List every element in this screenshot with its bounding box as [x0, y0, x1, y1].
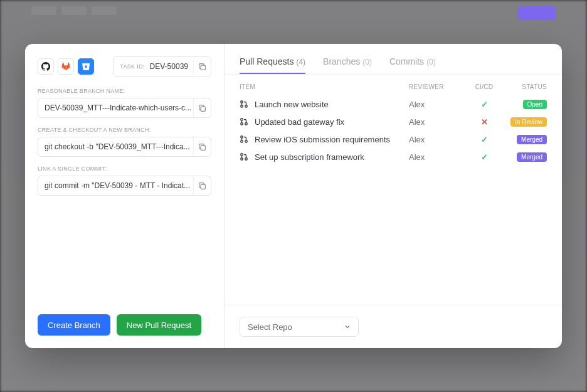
checkout-label: CREATE & CHECKOUT A NEW BRANCH: [38, 127, 211, 133]
branch-name-label: REASONABLE BRANCH NAME: [38, 88, 211, 94]
pr-row[interactable]: Updated bad gateway fixAlex✕In Review [225, 113, 562, 130]
tab-commits[interactable]: Commits (0) [389, 56, 436, 74]
svg-point-4 [241, 101, 243, 103]
svg-point-13 [241, 154, 243, 156]
select-repo-label: Select Repo [248, 322, 292, 332]
left-pane: TASK ID: DEV-50039 REASONABLE BRANCH NAM… [25, 44, 225, 348]
copy-branch-name-button[interactable] [193, 98, 211, 117]
tab-label: Pull Requests [240, 56, 294, 66]
table-header: ITEM REVIEWER CI/CD STATUS [225, 75, 562, 95]
svg-point-10 [241, 136, 243, 139]
pr-reviewer: Alex [409, 117, 465, 127]
gitlab-icon-button[interactable] [58, 58, 74, 75]
copy-icon [198, 143, 206, 151]
col-status: STATUS [503, 83, 547, 90]
commit-label: LINK A SINGLE COMMIT: [38, 166, 211, 172]
svg-point-11 [241, 140, 243, 143]
tab-pull-requests[interactable]: Pull Requests (4) [240, 56, 305, 74]
pull-request-icon [240, 152, 248, 161]
commit-field: git commit -m "DEV-50039 - MTT - Indicat… [38, 176, 211, 196]
pr-reviewer: Alex [409, 152, 465, 162]
pull-request-icon [240, 117, 248, 126]
svg-point-7 [241, 119, 243, 121]
pr-title: Launch new website [255, 100, 329, 109]
github-icon-button[interactable] [38, 58, 54, 75]
pr-title: Updated bad gateway fix [255, 117, 344, 127]
svg-point-6 [245, 105, 248, 108]
copy-checkout-button[interactable] [193, 137, 211, 156]
tab-count: (0) [426, 58, 436, 66]
svg-rect-2 [201, 146, 205, 150]
chevron-down-icon [344, 324, 351, 330]
pr-row[interactable]: Review iOS submission requirementsAlex✓M… [225, 130, 562, 148]
github-icon [41, 62, 50, 71]
tab-branches[interactable]: Branches (0) [323, 56, 372, 74]
task-id-box: TASK ID: DEV-50039 [113, 56, 211, 77]
tab-count: (0) [362, 58, 372, 66]
create-branch-button[interactable]: Create Branch [38, 314, 110, 336]
copy-task-id-button[interactable] [193, 60, 207, 73]
svg-rect-0 [201, 65, 205, 70]
right-pane: Pull Requests (4) Branches (0) Commits (… [225, 44, 562, 348]
branch-name-value: DEV-50039_MTT---Indicate-which-users-c..… [45, 103, 193, 112]
ci-fail-icon: ✕ [481, 117, 488, 127]
task-id-value: DEV-50039 [150, 62, 188, 71]
pr-reviewer: Alex [409, 135, 465, 144]
copy-commit-button[interactable] [193, 176, 211, 195]
pr-title: Review iOS submission requirements [255, 135, 390, 144]
status-badge: Merged [517, 152, 547, 162]
svg-point-5 [241, 105, 243, 108]
pull-request-icon [240, 135, 248, 144]
col-item: ITEM [240, 83, 409, 90]
tab-label: Commits [389, 56, 424, 66]
pr-ci: ✓ [465, 100, 503, 109]
ci-pass-icon: ✓ [481, 152, 488, 162]
status-badge: Merged [517, 135, 547, 144]
new-pull-request-button[interactable]: New Pull Request [117, 314, 201, 336]
task-id-label: TASK ID: [120, 63, 144, 70]
col-cicd: CI/CD [465, 83, 503, 90]
svg-point-14 [241, 158, 243, 161]
status-badge: In Review [510, 117, 547, 127]
svg-rect-1 [201, 107, 205, 111]
branch-name-field: DEV-50039_MTT---Indicate-which-users-c..… [38, 98, 211, 118]
commit-value: git commit -m "DEV-50039 - MTT - Indicat… [45, 181, 193, 190]
copy-icon [198, 182, 206, 190]
copy-icon [198, 104, 206, 112]
pr-ci: ✓ [465, 135, 503, 144]
ci-pass-icon: ✓ [481, 135, 488, 144]
pr-reviewer: Alex [409, 100, 465, 109]
svg-point-15 [245, 158, 248, 161]
pr-row[interactable]: Launch new websiteAlex✓Open [225, 95, 562, 113]
pr-row[interactable]: Set up subscription frameworkAlex✓Merged [225, 148, 562, 166]
pr-ci: ✕ [465, 117, 503, 127]
svg-point-9 [245, 123, 248, 125]
gitlab-icon [61, 62, 70, 71]
tab-label: Branches [323, 56, 360, 66]
bitbucket-icon-button[interactable] [78, 58, 94, 75]
pull-request-icon [240, 100, 248, 109]
svg-rect-3 [201, 184, 205, 189]
col-reviewer: REVIEWER [409, 83, 465, 90]
checkout-field: git checkout -b "DEV-50039_MTT---Indica.… [38, 137, 211, 157]
select-repo-dropdown[interactable]: Select Repo [240, 317, 359, 337]
copy-icon [198, 63, 206, 71]
svg-point-8 [241, 123, 243, 125]
pr-title: Set up subscription framework [255, 152, 364, 162]
ci-pass-icon: ✓ [481, 100, 488, 109]
checkout-value: git checkout -b "DEV-50039_MTT---Indica.… [45, 142, 193, 151]
pr-ci: ✓ [465, 152, 503, 162]
status-badge: Open [523, 100, 547, 109]
git-modal: TASK ID: DEV-50039 REASONABLE BRANCH NAM… [25, 44, 562, 348]
svg-point-12 [245, 140, 248, 143]
tab-count: (4) [296, 58, 305, 66]
bitbucket-icon [82, 63, 90, 70]
